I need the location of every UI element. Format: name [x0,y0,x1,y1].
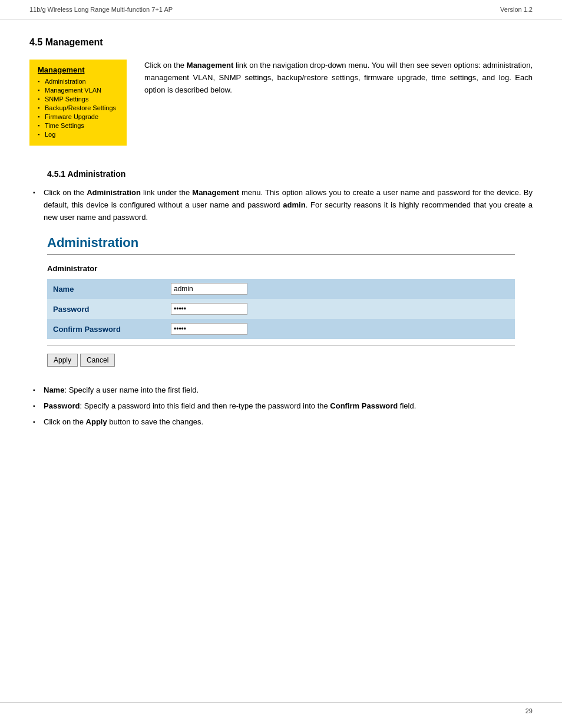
management-box-list: Administration Management VLAN SNMP Sett… [38,78,118,138]
list-item: Log [38,131,118,138]
cancel-button[interactable]: Cancel [80,354,115,367]
section-45-description: Click on the Management link on the navi… [144,60,533,146]
list-item: Time Settings [38,122,118,129]
page-footer: 29 [0,702,562,719]
admin-divider-top [47,254,515,255]
list-item: Firmware Upgrade [38,113,118,120]
header-right: Version 1.2 [500,6,533,13]
list-item: Backup/Restore Settings [38,104,118,111]
admin-panel-title: Administration [47,235,515,251]
confirm-password-label: Confirm Password [47,319,165,339]
table-row: Password [47,299,515,319]
confirm-password-field-cell [165,319,515,339]
list-item: SNMP Settings [38,95,118,103]
page-number: 29 [525,707,533,714]
bottom-bullet-apply: Click on the Apply button to save the ch… [29,416,533,429]
name-label: Name [47,279,165,299]
administration-panel: Administration Administrator Name Passwo… [47,235,515,367]
management-box-title: Management [38,65,118,74]
apply-button[interactable]: Apply [47,354,78,367]
list-item: Management VLAN [38,87,118,94]
section-45-body: Management Administration Management VLA… [29,60,533,146]
header-left: 11b/g Wireless Long Range Multi-function… [29,6,173,13]
section-451: 4.5.1 Administration Click on the Admini… [29,169,533,429]
bottom-bullets-list: Name: Specify a user name into the first… [29,384,533,428]
admin-section-label: Administrator [47,264,515,273]
name-input[interactable] [171,283,247,295]
name-field-cell [165,279,515,299]
main-content: 4.5 Management Management Administration… [0,19,562,467]
table-row: Name [47,279,515,299]
section-45: 4.5 Management Management Administration… [29,37,533,146]
page-wrapper: 11b/g Wireless Long Range Multi-function… [0,0,562,728]
password-input[interactable] [171,303,247,315]
section-45-title: 4.5 Management [29,37,533,48]
bottom-bullet-password: Password: Specify a password into this f… [29,400,533,413]
password-label: Password [47,299,165,319]
list-item: Administration [38,78,118,85]
section-451-title: 4.5.1 Administration [47,169,533,179]
admin-divider-bottom [47,345,515,345]
management-box: Management Administration Management VLA… [29,60,127,146]
admin-table: Name Password Confirm Password [47,279,515,339]
table-row: Confirm Password [47,319,515,339]
page-header: 11b/g Wireless Long Range Multi-function… [0,0,562,19]
confirm-password-input[interactable] [171,323,247,335]
bottom-bullet-name: Name: Specify a user name into the first… [29,384,533,397]
section-451-intro-list: Click on the Administration link under t… [29,187,533,223]
section-451-intro-bullet: Click on the Administration link under t… [29,187,533,223]
admin-buttons: Apply Cancel [47,354,515,367]
password-field-cell [165,299,515,319]
